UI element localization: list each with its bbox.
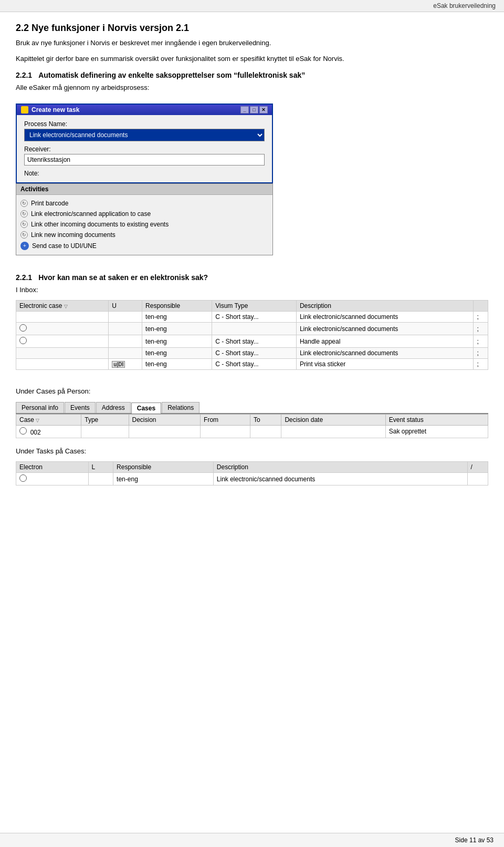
activity-item-3: ↻ Link other incoming documents to exist… [20, 219, 268, 230]
dialog-controls[interactable]: _ □ ✕ [240, 106, 268, 113]
under-cases-label: Under Cases på Person: [16, 386, 488, 397]
inbox-cell-electronic-2 [16, 323, 109, 335]
inbox-cell-description-2: Link electronic/scanned documents [296, 323, 474, 335]
dialog-title: Create new task [32, 106, 79, 113]
cases-cell-decision-1 [129, 425, 201, 438]
tasks-cell-responsible-1: ten-eng [113, 473, 214, 486]
activity-item-1: ↻ Print barcode [20, 198, 268, 209]
cases-cell-event-status-1: Sak opprettet [385, 425, 488, 438]
inbox-row-3: ten-eng C - Short stay... Handle appeal … [16, 335, 488, 348]
tasks-cell-slash-1 [467, 473, 488, 486]
activity-item-5: + Send case to UDI/UNE [20, 240, 268, 252]
cases-col-type: Type [81, 414, 129, 425]
cases-table-header-row: Case ▽ Type Decision From To Decision da… [16, 414, 488, 425]
tab-address[interactable]: Address [96, 402, 131, 413]
section-b-title: Hvor kan man se at saken er en elektroni… [38, 273, 208, 282]
restore-button[interactable]: □ [250, 106, 258, 113]
process-name-select[interactable]: Link electronic/scanned documents [24, 129, 265, 141]
inbox-col-visum: Visum Type [212, 301, 297, 312]
inbox-col-u: U [109, 301, 142, 312]
tab-relations[interactable]: Relations [162, 402, 200, 413]
section-2-2-1-heading: 2.2.1 Automatisk definering av enkelte s… [16, 71, 488, 79]
cases-cell-case-1: 002 [16, 425, 81, 438]
inbox-cell-description-1: Link electronic/scanned documents [296, 312, 474, 323]
note-label: Note: [24, 170, 265, 177]
person-tabs-container: Personal info Events Address Cases Relat… [16, 402, 488, 438]
section-2-2-heading: 2.2 Nye funksjoner i Norvis versjon 2.1 [16, 23, 488, 34]
process-name-field: Process Name: Link electronic/scanned do… [24, 120, 265, 141]
activity-icon-5: + [20, 242, 29, 250]
tasks-row-1: ten-eng Link electronic/scanned document… [16, 473, 488, 486]
section-num: 2.2.1 [16, 71, 32, 79]
section-title: Automatisk definering av enkelte saksopp… [38, 71, 305, 79]
tab-events[interactable]: Events [65, 402, 96, 413]
activity-icon-2: ↻ [20, 210, 28, 218]
tasks-col-l: L [88, 462, 113, 473]
case-icon-1 [19, 427, 27, 435]
header-bar: eSak brukerveiledning [0, 0, 504, 12]
receiver-label: Receiver: [24, 146, 265, 153]
tasks-cell-l-1 [88, 473, 113, 486]
inbox-table-header-row: Electronic case ▽ U Responsible Visum Ty… [16, 301, 488, 312]
cases-cell-to-1 [250, 425, 281, 438]
inbox-cell-responsible-3: ten-eng [142, 335, 212, 348]
inbox-col-description: Description [296, 301, 474, 312]
cases-col-to: To [250, 414, 281, 425]
inbox-cell-u-3 [109, 335, 142, 348]
cases-cell-decision-date-1 [281, 425, 385, 438]
cases-col-event-status: Event status [385, 414, 488, 425]
inbox-cell-visum-1: C - Short stay... [212, 312, 297, 323]
create-task-dialog: Create new task _ □ ✕ Process Name: Link… [16, 104, 273, 183]
dialog-titlebar-left: Create new task [21, 106, 79, 113]
dialog-titlebar: Create new task _ □ ✕ [17, 105, 272, 115]
inbox-label: I Inbox: [16, 285, 488, 295]
activity-icon-4: ↻ [20, 231, 28, 239]
activity-label-3: Link other incoming documents to existin… [31, 221, 169, 228]
tab-personal-info[interactable]: Personal info [16, 402, 64, 413]
sort-icon-electronic: ▽ [64, 304, 68, 309]
cases-cell-type-1 [81, 425, 129, 438]
activity-label-4: Link new incoming documents [31, 231, 116, 239]
inbox-cell-u-1 [109, 312, 142, 323]
inbox-cell-extra-1: ; [474, 312, 488, 323]
dialog-body: Process Name: Link electronic/scanned do… [17, 115, 272, 182]
section-2-2-1b-heading: 2.2.1 Hvor kan man se at saken er en ele… [16, 273, 488, 282]
inbox-cell-extra-4: ; [474, 348, 488, 359]
close-button[interactable]: ✕ [259, 106, 268, 113]
inbox-cell-extra-3: ; [474, 335, 488, 348]
tasks-col-responsible: Responsible [113, 462, 214, 473]
dialog-titlebar-icon [21, 106, 28, 113]
inbox-col-extra [474, 301, 488, 312]
section-b-num: 2.2.1 [16, 273, 32, 282]
inbox-cell-electronic-3 [16, 335, 109, 348]
cases-row-1: 002 Sak opprettet [16, 425, 488, 438]
inbox-table: Electronic case ▽ U Responsible Visum Ty… [16, 300, 488, 370]
cases-cell-from-1 [201, 425, 250, 438]
inbox-col-electronic: Electronic case ▽ [16, 301, 109, 312]
activities-header: Activities [16, 184, 272, 195]
activity-label-5: Send case to UDI/UNE [32, 242, 97, 250]
inbox-cell-electronic-5 [16, 359, 109, 370]
footer-text: Side 11 av 53 [455, 836, 494, 844]
electronic-icon-2 [19, 324, 27, 332]
process-name-label: Process Name: [24, 120, 265, 128]
inbox-cell-u-5: u|DI [109, 359, 142, 370]
tasks-col-electron: Electron [16, 462, 89, 473]
udi-icon: u|DI [112, 361, 125, 368]
receiver-field: Receiver: [24, 146, 265, 166]
tasks-table: Electron L Responsible Description / ten… [16, 461, 488, 486]
cases-col-decision-date: Decision date [281, 414, 385, 425]
inbox-cell-visum-4: C - Short stay... [212, 348, 297, 359]
person-tabs: Personal info Events Address Cases Relat… [16, 402, 488, 414]
electronic-icon-3 [19, 337, 27, 344]
minimize-button[interactable]: _ [240, 106, 249, 113]
cases-table: Case ▽ Type Decision From To Decision da… [16, 414, 488, 438]
activity-icon-3: ↻ [20, 221, 28, 228]
activity-item-2: ↻ Link electronic/scanned application to… [20, 209, 268, 219]
tasks-cell-electron-1 [16, 473, 89, 486]
receiver-input[interactable] [24, 154, 265, 166]
tab-cases[interactable]: Cases [131, 402, 161, 414]
activity-label-2: Link electronic/scanned application to c… [31, 210, 151, 218]
inbox-cell-description-4: Link electronic/scanned documents [296, 348, 474, 359]
inbox-cell-responsible-2: ten-eng [142, 323, 212, 335]
